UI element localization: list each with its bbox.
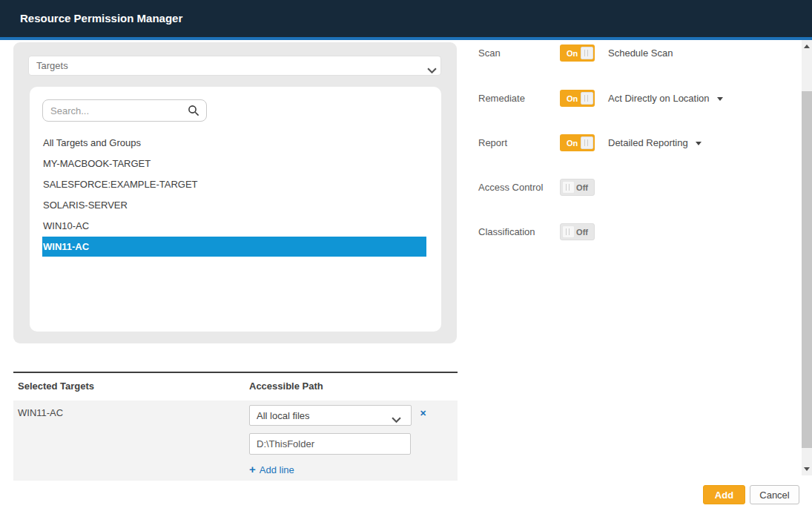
scrollbar[interactable] (802, 40, 812, 475)
path-type-select[interactable]: All local files (249, 405, 412, 426)
plus-icon: + (249, 463, 256, 475)
target-list-item[interactable]: MY-MACBOOK-TARGET (42, 154, 426, 174)
permission-row-classification: Classification Off (0, 223, 801, 240)
table-top-border (13, 372, 458, 373)
toggle-state-label: Off (576, 228, 594, 237)
schedule-scan-label: Schedule Scan (608, 47, 673, 59)
remediate-mode-label: Act Directly on Location (608, 93, 710, 104)
add-line-label: Add line (260, 464, 294, 475)
arrow-up-icon (804, 45, 810, 48)
selected-targets-header: Selected Targets (18, 380, 94, 392)
dialog-title: Resource Permission Manager (20, 0, 182, 37)
scan-toggle[interactable]: On (560, 45, 595, 62)
permission-row-report: Report On Detailed Reporting (0, 134, 801, 151)
toggle-state-label: On (560, 94, 578, 103)
toggle-state-label: On (560, 49, 578, 58)
arrow-down-icon (804, 467, 810, 471)
toggle-grip (581, 136, 593, 149)
permission-row-remediate: Remediate On Act Directly on Location (0, 90, 801, 107)
add-button[interactable]: Add (703, 485, 745, 504)
classification-label: Classification (478, 223, 535, 240)
accessible-path-header: Accessible Path (249, 380, 323, 392)
remove-path-icon[interactable]: ✕ (420, 409, 426, 418)
toggle-grip (581, 47, 593, 59)
cancel-button[interactable]: Cancel (750, 485, 799, 504)
add-line-link[interactable]: +Add line (249, 463, 294, 475)
selected-target-name: WIN11-AC (18, 407, 63, 418)
caret-down-icon (717, 97, 723, 101)
toggle-grip (562, 225, 575, 238)
caret-down-icon (696, 142, 702, 145)
classification-toggle[interactable]: Off (560, 223, 595, 240)
dialog-titlebar: Resource Permission Manager (0, 0, 812, 37)
permission-row-scan: Scan On Schedule Scan (0, 45, 801, 62)
scan-label: Scan (478, 45, 501, 62)
remediate-mode-dropdown[interactable]: Act Directly on Location (608, 90, 723, 107)
report-toggle[interactable]: On (560, 134, 595, 151)
toggle-state-label: On (560, 139, 578, 148)
report-label: Report (478, 134, 507, 151)
remediate-toggle[interactable]: On (560, 90, 595, 107)
schedule-scan-option[interactable]: Schedule Scan (608, 45, 673, 62)
toggle-grip (581, 92, 593, 105)
permission-row-access-control: Access Control Off (0, 179, 801, 196)
access-control-toggle[interactable]: Off (560, 179, 595, 196)
scroll-up-button[interactable] (802, 40, 812, 53)
toggle-state-label: Off (576, 183, 594, 192)
scroll-down-button[interactable] (802, 463, 812, 475)
toggle-grip (562, 181, 575, 194)
accent-divider (0, 37, 812, 40)
report-mode-dropdown[interactable]: Detailed Reporting (608, 134, 702, 151)
target-list-item[interactable]: SOLARIS-SERVER (42, 195, 426, 216)
path-value-input[interactable] (249, 433, 411, 455)
report-mode-label: Detailed Reporting (608, 137, 688, 148)
resource-permission-manager-dialog: Resource Permission Manager Targets All … (0, 0, 812, 514)
remediate-label: Remediate (478, 90, 525, 107)
scroll-thumb[interactable] (802, 91, 812, 448)
access-control-label: Access Control (478, 179, 543, 196)
